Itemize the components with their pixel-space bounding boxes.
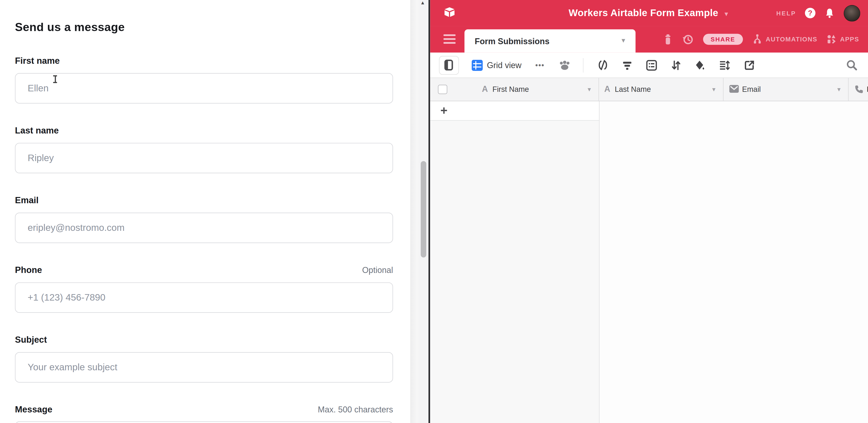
- first-name-label: First name: [15, 56, 60, 66]
- help-question-icon[interactable]: ?: [805, 8, 815, 19]
- color-icon: [694, 60, 705, 71]
- apps-button[interactable]: APPS: [827, 34, 859, 44]
- phone-input[interactable]: +1 (123) 456-7890: [15, 282, 393, 313]
- form-title: Send us a message: [15, 21, 393, 34]
- color-button[interactable]: [694, 60, 705, 71]
- share-view-button[interactable]: [744, 60, 755, 71]
- menu-hamburger-icon[interactable]: [443, 34, 455, 44]
- phone-field-type-icon: [854, 85, 863, 94]
- toolbar-divider: [583, 58, 583, 72]
- message-label: Message: [15, 405, 53, 415]
- email-input[interactable]: eripley@nostromo.com: [15, 213, 393, 243]
- tab-form-submissions[interactable]: Form Submissions ▼: [464, 29, 635, 53]
- column-header-phone[interactable]: Phone: [848, 78, 868, 101]
- row-height-icon: [719, 60, 730, 71]
- first-name-field-group: First name Ellen: [15, 56, 393, 103]
- airtable-tabbar: Form Submissions ▼ SHARE: [430, 26, 868, 53]
- email-label: Email: [15, 195, 39, 205]
- view-options-ellipsis-button[interactable]: •••: [535, 61, 545, 69]
- help-button[interactable]: HELP: [776, 10, 796, 16]
- screen: Send us a message First name Ellen Last …: [0, 0, 868, 423]
- row-height-button[interactable]: [719, 60, 730, 71]
- automations-button[interactable]: AUTOMATIONS: [752, 34, 817, 45]
- sort-icon: [671, 60, 681, 71]
- filter-button[interactable]: [622, 60, 632, 70]
- view-switcher[interactable]: Grid view: [471, 60, 522, 71]
- column-caret-icon[interactable]: ▼: [587, 86, 592, 92]
- window-divider: [428, 0, 430, 423]
- view-toolbar: Grid view •••: [430, 53, 868, 78]
- table-body-right-area: [599, 101, 868, 423]
- column-caret-icon[interactable]: ▼: [836, 86, 842, 92]
- last-name-placeholder: Ripley: [28, 153, 54, 163]
- search-button[interactable]: [846, 59, 858, 73]
- group-icon: [646, 60, 657, 71]
- share-button[interactable]: SHARE: [703, 34, 743, 45]
- email-field-group: Email eripley@nostromo.com: [15, 195, 393, 243]
- table-body: +: [430, 101, 868, 423]
- grid-view-icon: [471, 60, 483, 71]
- add-record-plus-icon[interactable]: +: [440, 103, 447, 118]
- search-icon: [846, 59, 858, 71]
- last-name-input[interactable]: Ripley: [15, 143, 393, 173]
- group-button[interactable]: [646, 60, 657, 71]
- hide-fields-icon: [597, 60, 608, 70]
- column-header-email[interactable]: Email ▼: [723, 78, 848, 101]
- contact-form-panel: Send us a message First name Ellen Last …: [0, 0, 410, 423]
- hide-fields-button[interactable]: [597, 60, 608, 70]
- column-caret-icon[interactable]: ▼: [711, 86, 717, 92]
- table-header-row: A First Name ▼ A Last Name ▼ Email ▼: [430, 78, 868, 101]
- trash-icon[interactable]: [663, 34, 673, 45]
- notifications-bell-icon[interactable]: [824, 7, 835, 19]
- subject-field-group: Subject Your example subject: [15, 335, 393, 383]
- base-title-caret-icon[interactable]: ▼: [723, 9, 729, 17]
- view-sidebar-toggle-button[interactable]: [439, 56, 459, 74]
- column-header-last-name[interactable]: A Last Name ▼: [599, 78, 723, 101]
- phone-optional-hint: Optional: [362, 265, 393, 275]
- view-name: Grid view: [487, 60, 521, 70]
- column-header-first-name[interactable]: A First Name ▼: [430, 78, 599, 101]
- sidebar-panel-icon: [444, 59, 453, 71]
- subject-placeholder: Your example subject: [28, 362, 117, 373]
- collaborators-icon: [558, 60, 570, 71]
- filter-icon: [622, 60, 632, 70]
- email-placeholder: eripley@nostromo.com: [28, 222, 124, 233]
- history-icon[interactable]: [682, 34, 693, 46]
- user-avatar[interactable]: [844, 5, 860, 21]
- table-tab-label: Form Submissions: [475, 36, 550, 46]
- tab-caret-icon[interactable]: ▼: [620, 37, 626, 44]
- subject-input[interactable]: Your example subject: [15, 352, 393, 383]
- first-name-placeholder: Ellen: [28, 83, 49, 94]
- column-divider-line: [599, 101, 599, 423]
- base-title[interactable]: Workers Airtable Form Example: [568, 7, 718, 19]
- phone-placeholder: +1 (123) 456-7890: [28, 292, 105, 303]
- scroll-up-arrow-icon[interactable]: ▲: [419, 0, 427, 6]
- automations-icon: [752, 34, 762, 45]
- last-name-field-group: Last name Ripley: [15, 126, 393, 173]
- airtable-header: Workers Airtable Form Example ▼ HELP ?: [430, 0, 868, 26]
- first-name-input[interactable]: Ellen: [15, 73, 393, 103]
- message-textarea[interactable]: Tenetur optio quaerat expedita vero et i…: [15, 421, 393, 423]
- message-field-group: Message Max. 500 characters Tenetur opti…: [15, 405, 393, 423]
- add-record-row[interactable]: +: [430, 101, 599, 121]
- last-name-label: Last name: [15, 126, 59, 135]
- share-view-icon: [744, 60, 755, 71]
- sort-button[interactable]: [671, 60, 681, 71]
- scrollbar-thumb[interactable]: [421, 161, 426, 258]
- browser-scrollbar[interactable]: ▲: [410, 0, 428, 423]
- airtable-window: Workers Airtable Form Example ▼ HELP ? F…: [430, 0, 868, 423]
- subject-label: Subject: [15, 335, 47, 345]
- email-field-type-icon: [729, 85, 739, 93]
- apps-icon: [827, 34, 837, 44]
- text-field-type-icon: A: [604, 84, 610, 94]
- text-field-type-icon: A: [482, 84, 488, 94]
- message-maxchars-hint: Max. 500 characters: [318, 405, 393, 414]
- phone-field-group: Phone Optional +1 (123) 456-7890: [15, 265, 393, 313]
- collaborators-button[interactable]: [558, 60, 570, 71]
- text-cursor-icon: [53, 75, 57, 84]
- phone-label: Phone: [15, 265, 42, 275]
